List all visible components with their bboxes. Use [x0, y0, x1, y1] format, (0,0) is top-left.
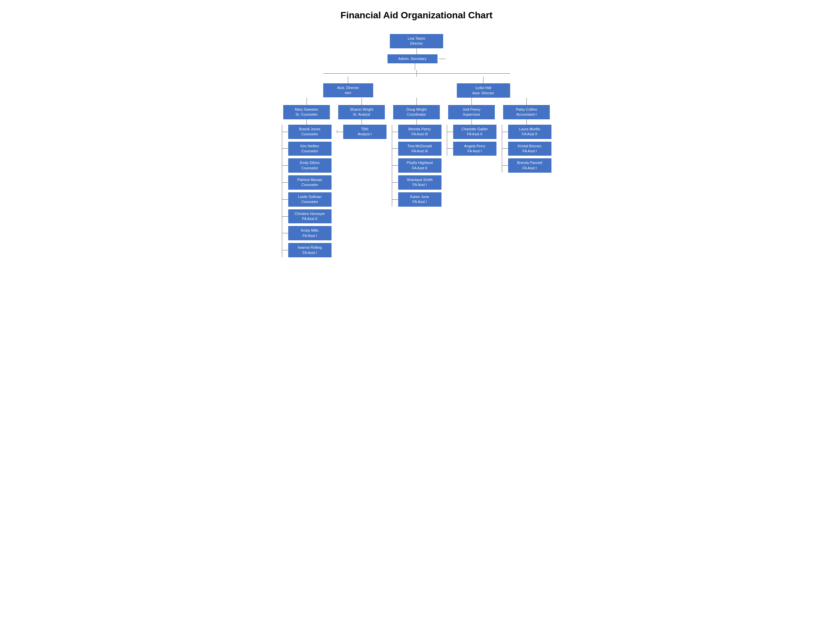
mary-subordinates: Brandi Jones Counselor Kim Nettles	[282, 125, 331, 258]
sharon-section: Sharon Wright Sr. Analyst	[337, 98, 386, 139]
emily-item: Emily Elkins Counselor	[282, 158, 331, 173]
asst-director-right-box: Lydia Hall Asst. Director	[457, 83, 510, 98]
angela-item: Angela Perry FA Asst I	[447, 142, 497, 156]
director-box: Lisa Tatom Director	[390, 34, 443, 48]
kristal-item: Kristal Briones FA Asst I	[502, 142, 552, 156]
kim-item: Kim Nettles Counselor	[282, 142, 331, 156]
kristal-box: Kristal Briones FA Asst I	[508, 142, 552, 156]
tbn-box: TBN Analyst I	[343, 125, 386, 139]
tina-item: Tina McDonald FA Asst III	[392, 142, 442, 156]
brenda-pan-item: Brenda Pannell FA Asst I	[502, 158, 552, 173]
doug-subordinates: Brenda Peery FA Asst III Tina McDonald	[392, 125, 442, 207]
brenda-pan-box: Brenda Pannell FA Asst I	[508, 158, 552, 173]
patricia-box: Patricia Macias Counselor	[288, 175, 331, 190]
doug-section: Doug Wright Coordinator	[392, 98, 442, 207]
page-title: Financial Aid Organizational Chart	[6, 10, 827, 21]
brandi-box: Brandi Jones Counselor	[288, 125, 331, 139]
sharon-box: Sharon Wright Sr. Analyst	[338, 105, 385, 119]
tina-box: Tina McDonald FA Asst III	[398, 142, 442, 156]
kristy-item: Kristy Mills FA Asst I	[282, 226, 331, 240]
shaniqua-item: Shaniqua Smith FA Asst I	[392, 175, 442, 190]
emily-box: Emily Elkins Counselor	[288, 158, 331, 173]
brenda-p-box: Brenda Peery FA Asst III	[398, 125, 442, 139]
phyllis-box: Phyllis Highland FA Asst II	[398, 158, 442, 173]
shaniqua-box: Shaniqua Smith FA Asst I	[398, 175, 442, 190]
patricia-item: Patricia Macias Counselor	[282, 175, 331, 190]
angela-box: Angela Perry FA Asst I	[453, 142, 497, 156]
admin-box: Admin. Secretary	[388, 54, 437, 63]
laura-item: Laura Murillo FA Asst II	[502, 125, 552, 139]
phyllis-item: Phyllis Highland FA Asst II	[392, 158, 442, 173]
doug-box: Doug Wright Coordinator	[393, 105, 440, 119]
brandi-item: Brandi Jones Counselor	[282, 125, 331, 139]
karen-item: Karen June FA Asst I	[392, 192, 442, 207]
kim-box: Kim Nettles Counselor	[288, 142, 331, 156]
christine-box: Christine Homeyer FA Asst II	[288, 209, 331, 224]
org-chart: Lisa Tatom Director Admin. Secretary	[6, 34, 827, 258]
charlotte-box: Charlotte Gallier FA Asst II	[453, 125, 497, 139]
laura-box: Laura Murillo FA Asst II	[508, 125, 552, 139]
charlotte-item: Charlotte Gallier FA Asst II	[447, 125, 497, 139]
mary-section: Mary Sweeten Sr. Counselor	[282, 98, 331, 258]
director-section: Lisa Tatom Director	[390, 34, 443, 54]
admin-row: Admin. Secretary	[388, 54, 446, 63]
iwanna-box: Iwanna Rolling FA Asst I	[288, 243, 331, 258]
brenda-p-item: Brenda Peery FA Asst III	[392, 125, 442, 139]
patsy-subordinates: Laura Murillo FA Asst II Kristal Briones	[502, 125, 552, 173]
tbn-item: TBN Analyst I	[337, 125, 386, 139]
iwanna-item: Iwanna Rolling FA Asst I	[282, 243, 331, 258]
asst-director-left-box: Asst. Director eam	[323, 83, 373, 97]
jodi-box: Jodi Peevy Supervisor	[448, 105, 495, 119]
leslie-item: Leslie Sullivan Counselor	[282, 192, 331, 207]
christine-item: Christine Homeyer FA Asst II	[282, 209, 331, 224]
leslie-box: Leslie Sullivan Counselor	[288, 192, 331, 207]
mary-box: Mary Sweeten Sr. Counselor	[283, 105, 330, 119]
patsy-section: Patsy Collins Accountant I	[502, 98, 552, 173]
jodi-section: Jodi Peevy Supervisor	[447, 98, 497, 156]
patsy-box: Patsy Collins Accountant I	[503, 105, 550, 119]
karen-box: Karen June FA Asst I	[398, 192, 442, 207]
jodi-subordinates: Charlotte Gallier FA Asst II Angela Perr…	[447, 125, 497, 156]
kristy-box: Kristy Mills FA Asst I	[288, 226, 331, 240]
